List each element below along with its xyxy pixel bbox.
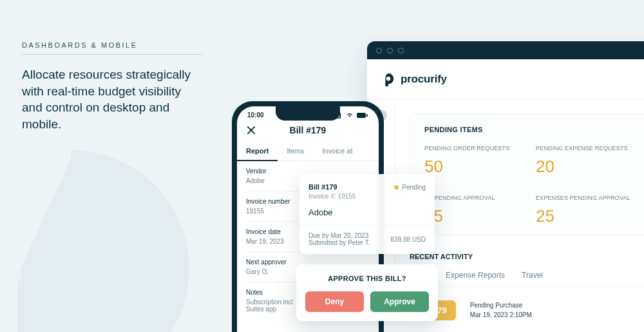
stat-block[interactable]: PENDING EXPENSE REQUESTS20 <box>536 145 644 177</box>
svg-rect-14 <box>366 114 368 117</box>
card-amount: 839.88 USD <box>391 236 426 243</box>
window-control-dot[interactable] <box>376 48 382 54</box>
card-subtitle: Invoice #: 19155 <box>308 193 426 200</box>
tab-report[interactable]: Report <box>237 142 278 161</box>
approve-button[interactable]: Approve <box>370 291 429 312</box>
window-control-dot[interactable] <box>398 48 404 54</box>
svg-rect-13 <box>357 113 366 118</box>
recent-activity-section: RECENT ACTIVITY rders Expense Reports Tr… <box>410 253 644 323</box>
section-title: RECENT ACTIVITY <box>410 253 644 260</box>
status-dot-icon <box>394 185 399 190</box>
close-icon[interactable] <box>246 125 256 135</box>
deny-button[interactable]: Deny <box>305 291 364 312</box>
card-vendor: Adobe <box>308 208 426 217</box>
svg-point-3 <box>386 76 391 81</box>
dialog-title: APPROVE THIS BILL? <box>305 275 429 282</box>
status-time: 10:00 <box>247 112 264 119</box>
status-badge: Pending <box>394 184 426 191</box>
tab-invoice[interactable]: Invoice at <box>313 142 361 161</box>
panel-title: PENDING ITEMS <box>424 126 644 133</box>
brand-name: procurify <box>401 73 447 86</box>
wifi-icon <box>345 112 354 119</box>
svg-point-2 <box>0 150 189 332</box>
card-due: Due by Mar 20, 2023 <box>308 232 370 239</box>
order-row[interactable]: 179 Pending Purchase Mar 19, 2023 2:10PM… <box>410 297 644 323</box>
section-eyebrow: DASHBOARDS & MOBILE <box>22 41 202 55</box>
section-headline: Allocate resources strategically with re… <box>22 66 202 133</box>
order-meta: Pending Purchase Mar 19, 2023 2:10PM <box>470 300 532 320</box>
stat-block[interactable]: EXPENSES PENDING APPROVAL25 <box>536 195 644 226</box>
bill-detail-tabs: Report Items Invoice at <box>237 142 379 161</box>
tab-travel[interactable]: Travel <box>522 271 543 280</box>
window-titlebar <box>367 41 644 59</box>
background-logo-watermark <box>0 135 219 332</box>
card-submitted: Submitted by Peter T. <box>308 239 370 246</box>
phone-notch <box>276 106 340 121</box>
stat-block[interactable]: PENDING ORDER REQUESTS50 <box>424 145 536 177</box>
procurify-logo-icon <box>381 72 395 86</box>
activity-tabs: rders Expense Reports Travel <box>410 271 644 287</box>
stat-block[interactable]: RS PENDING APPROVAL35 <box>424 195 536 226</box>
tab-items[interactable]: Items <box>278 142 313 161</box>
bill-summary-card[interactable]: Bill #179 Pending Invoice #: 19155 Adobe… <box>299 174 435 254</box>
approve-bill-dialog: APPROVE THIS BILL? Deny Approve <box>296 264 438 321</box>
battery-icon <box>357 112 368 119</box>
tab-expense-reports[interactable]: Expense Reports <box>446 271 505 280</box>
card-title: Bill #179 <box>308 183 337 191</box>
bill-title: Bill #179 <box>290 125 327 135</box>
app-brand-row: procurify <box>367 59 644 99</box>
pending-items-panel: PENDING ITEMS PENDING ORDER REQUESTS50 P… <box>410 113 644 236</box>
window-control-dot[interactable] <box>387 48 393 54</box>
